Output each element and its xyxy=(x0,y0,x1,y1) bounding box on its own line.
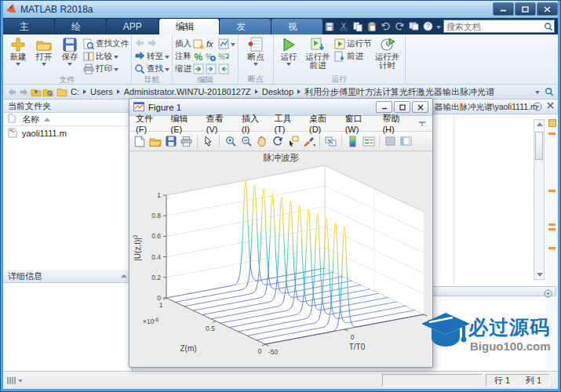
pan-icon[interactable] xyxy=(255,135,268,148)
breadcrumb-separator-icon[interactable] xyxy=(83,89,86,94)
warning-marker[interactable] xyxy=(548,223,556,226)
breadcrumb-segment[interactable]: Administrator.WIN7U-20180127Z xyxy=(124,87,251,96)
close-button[interactable] xyxy=(537,2,558,16)
menu-help[interactable]: 帮助(H) xyxy=(382,113,407,134)
goto-button[interactable]: 转至 xyxy=(134,50,169,62)
switch-window-icon[interactable] xyxy=(408,21,420,32)
print-figure-icon[interactable] xyxy=(180,135,193,148)
menu-window[interactable]: 窗口(W) xyxy=(345,113,372,134)
breadcrumb-separator-icon[interactable] xyxy=(297,89,301,94)
run-button[interactable]: 运行 xyxy=(276,36,301,74)
menu-desktop[interactable]: 桌面(D) xyxy=(309,113,334,134)
insert-button[interactable]: 插入 fx xyxy=(175,38,235,49)
details-header[interactable]: 详细信息 xyxy=(3,270,132,283)
new-button[interactable]: 新建 xyxy=(5,36,31,74)
paste-icon[interactable] xyxy=(366,21,377,32)
save-icon[interactable] xyxy=(323,21,335,32)
zoom-in-icon[interactable] xyxy=(224,135,237,148)
nav-history-buttons[interactable] xyxy=(134,38,169,49)
hide-plot-tools-icon[interactable] xyxy=(384,135,397,148)
warning-marker[interactable] xyxy=(548,132,556,135)
tab-close-icon[interactable] xyxy=(547,101,554,111)
run-advance-button[interactable]: 运行并前进 xyxy=(302,36,333,74)
scroll-down-icon[interactable] xyxy=(537,273,543,277)
redo-icon[interactable] xyxy=(394,21,406,32)
cut-icon[interactable] xyxy=(337,21,349,32)
warning-marker[interactable] xyxy=(548,247,556,249)
address-dropdown-icon[interactable] xyxy=(535,91,540,94)
help-icon[interactable]: ? xyxy=(422,21,434,32)
menu-overflow-icon[interactable] xyxy=(418,119,426,129)
figure-close-button[interactable] xyxy=(412,101,428,113)
zoom-out-icon[interactable] xyxy=(239,135,253,148)
breadcrumb-separator-icon[interactable] xyxy=(255,89,258,94)
undo-icon[interactable] xyxy=(380,21,392,32)
colorbar-icon[interactable] xyxy=(346,135,359,148)
menu-view[interactable]: 查看(V) xyxy=(206,113,231,134)
tab-menu-icon[interactable] xyxy=(533,102,542,113)
maximize-button[interactable] xyxy=(515,2,536,16)
editor-scrollbar[interactable] xyxy=(534,119,545,280)
new-figure-icon[interactable] xyxy=(133,135,146,148)
name-column-header[interactable]: 名称 xyxy=(3,113,132,126)
menu-edit[interactable]: 编辑(E) xyxy=(171,113,195,134)
message-indicator[interactable] xyxy=(548,119,556,127)
find-files-button[interactable]: 查找文件 xyxy=(83,38,129,49)
up-folder-icon[interactable] xyxy=(30,86,42,97)
advance-button[interactable]: 前进 xyxy=(334,50,372,62)
figure-minimize-button[interactable] xyxy=(376,101,392,113)
run-time-button[interactable]: 运行并计时 xyxy=(373,36,403,74)
save-button[interactable]: 保存 xyxy=(57,36,82,74)
collapse-icon[interactable] xyxy=(121,274,127,278)
breadcrumb-segment[interactable]: Desktop xyxy=(262,87,293,96)
scrollbar-thumb[interactable] xyxy=(535,132,543,160)
figure-window[interactable]: Figure 1 文件(F) 编辑(E) 查看(V) 插入(I) 工具(T) 桌… xyxy=(129,98,433,368)
find-button[interactable]: 查找 xyxy=(134,63,169,74)
search-icon[interactable] xyxy=(542,21,554,32)
minimize-button[interactable] xyxy=(493,2,514,16)
nav-back-icon[interactable] xyxy=(6,86,18,97)
figure-maximize-button[interactable] xyxy=(394,101,410,113)
menu-file[interactable]: 文件(F) xyxy=(136,113,160,134)
breadcrumb-separator-icon[interactable] xyxy=(117,89,120,94)
breakpoints-button[interactable]: 断点 xyxy=(241,36,271,74)
tab-home[interactable]: 主页 xyxy=(3,19,54,34)
titlebar[interactable]: MATLAB R2018a xyxy=(1,1,560,18)
compare-button[interactable]: 比较 xyxy=(83,50,129,62)
file-item-yaoli1111[interactable]: yaoli1111.m xyxy=(3,126,132,140)
breadcrumb-segment[interactable]: 利用分步傅里叶方法计算光纤激光器输出脉冲光谱 xyxy=(304,86,494,98)
legend-icon[interactable] xyxy=(362,135,375,148)
breadcrumb-segment[interactable]: Users xyxy=(90,87,113,96)
panel-menu-icon[interactable] xyxy=(544,287,552,301)
scroll-up-icon[interactable] xyxy=(537,122,543,126)
tab-apps[interactable]: APP xyxy=(107,19,158,34)
copy-icon[interactable] xyxy=(352,21,363,32)
menu-tools[interactable]: 工具(T) xyxy=(274,113,298,134)
quickbar-dropdown-icon[interactable] xyxy=(436,26,441,29)
nav-forward-icon[interactable] xyxy=(18,86,30,97)
tab-publish[interactable]: 发布 xyxy=(220,19,271,34)
menu-insert[interactable]: 插入(I) xyxy=(242,113,264,134)
data-cursor-icon[interactable] xyxy=(286,135,300,148)
rotate-3d-icon[interactable] xyxy=(271,135,284,148)
browse-folder-icon[interactable] xyxy=(42,86,53,97)
show-plot-tools-icon[interactable] xyxy=(399,135,413,148)
run-section-button[interactable]: 运行节 xyxy=(334,38,372,49)
current-folder-header[interactable]: 当前文件夹 xyxy=(3,100,132,113)
figure-canvas[interactable]: 00.20.40.60.8100.51-50050脉冲波形|U(z,t)|2×1… xyxy=(130,152,432,366)
open-file-icon[interactable] xyxy=(148,135,162,148)
address-search-icon[interactable] xyxy=(543,86,555,97)
print-button[interactable]: 打印 xyxy=(83,63,129,74)
editor-doc-tab[interactable]: 器输出脉冲光谱\yaoli1111.m xyxy=(435,102,537,113)
comment-button[interactable]: 注释 % % % xyxy=(175,50,235,62)
breadcrumb-segment[interactable]: C: xyxy=(71,87,79,96)
link-plot-icon[interactable] xyxy=(324,135,337,148)
status-grip[interactable] xyxy=(7,377,23,384)
tab-editor[interactable]: 编辑器 xyxy=(159,19,219,34)
warning-marker[interactable] xyxy=(548,228,556,230)
brush-icon[interactable] xyxy=(302,135,315,148)
search-input[interactable] xyxy=(444,22,542,31)
edit-arrow-icon[interactable] xyxy=(202,135,215,148)
save-figure-icon[interactable] xyxy=(164,135,177,148)
warning-marker[interactable] xyxy=(548,190,556,192)
